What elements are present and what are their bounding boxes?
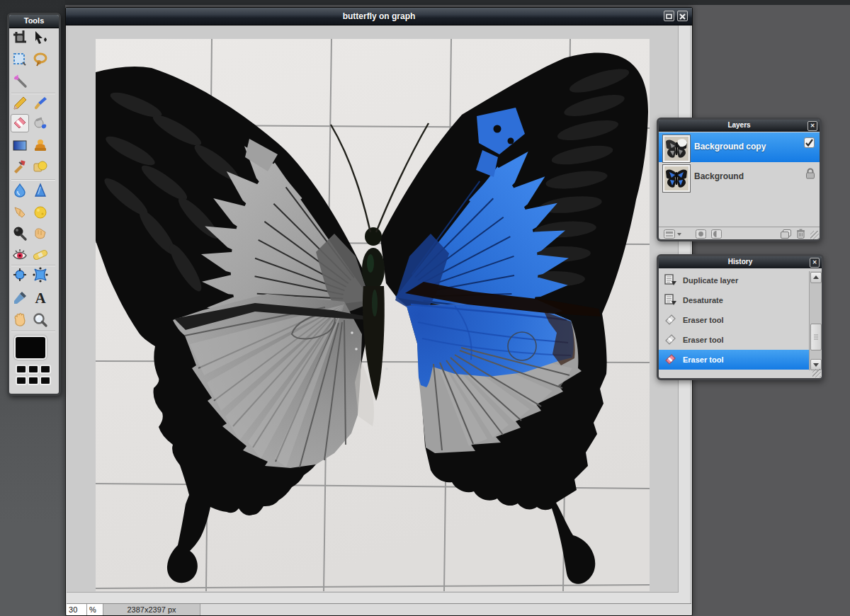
svg-text:A: A	[35, 290, 46, 306]
